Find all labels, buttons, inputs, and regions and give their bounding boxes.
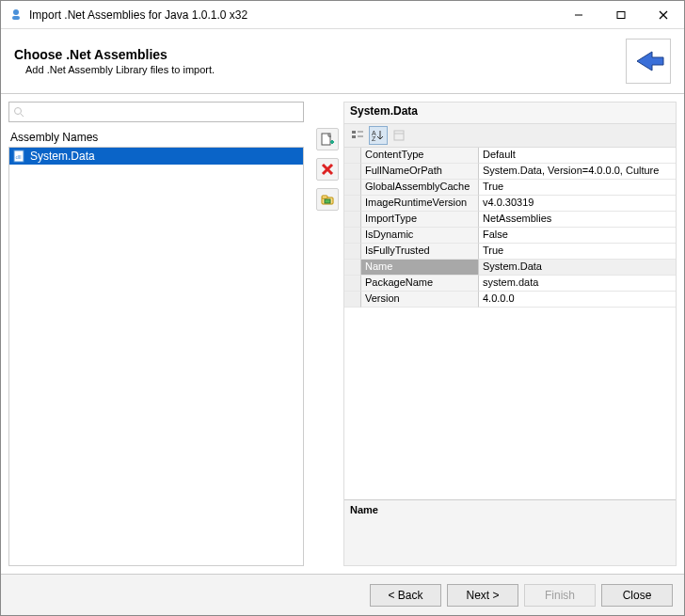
property-name: PackageName: [361, 276, 479, 292]
svg-rect-26: [394, 131, 404, 140]
property-row[interactable]: GlobalAssemblyCacheTrue: [344, 180, 676, 196]
folder-button[interactable]: [316, 188, 339, 211]
property-name: ImageRuntimeVersion: [361, 196, 479, 212]
search-box[interactable]: [8, 102, 304, 122]
property-row[interactable]: ImageRuntimeVersionv4.0.30319: [344, 196, 676, 212]
svg-rect-17: [322, 196, 327, 198]
property-value[interactable]: True: [479, 244, 676, 260]
property-gutter: [344, 292, 361, 308]
close-button[interactable]: [642, 1, 684, 28]
banner-title: Choose .Net Assemblies: [14, 47, 626, 62]
wizard-button-bar: < Back Next > Finish Close: [1, 574, 684, 615]
svg-rect-11: [322, 134, 330, 145]
finish-button: Finish: [524, 584, 596, 607]
main-content: Assembly Names dllSystem.Data System.Dat…: [1, 94, 684, 574]
property-toolbar: AZ: [343, 123, 677, 147]
property-name: ContentType: [361, 148, 479, 164]
property-name: Name: [361, 260, 479, 276]
svg-rect-19: [352, 131, 356, 134]
minimize-button[interactable]: [557, 1, 599, 28]
assembly-file-icon: dll: [13, 150, 26, 163]
property-gutter: [344, 276, 361, 292]
svg-rect-3: [617, 11, 625, 18]
search-input[interactable]: [24, 105, 299, 118]
property-row[interactable]: NameSystem.Data: [344, 260, 676, 276]
property-row[interactable]: PackageNamesystem.data: [344, 276, 676, 292]
property-description-pane: Name: [344, 499, 676, 565]
assembly-names-header: Assembly Names: [8, 128, 304, 147]
tree-item[interactable]: dllSystem.Data: [9, 148, 303, 165]
property-gutter: [344, 212, 361, 228]
property-gutter: [344, 228, 361, 244]
property-description-title: Name: [350, 504, 670, 515]
property-value[interactable]: 4.0.0.0: [479, 292, 676, 308]
property-gutter: [344, 148, 361, 164]
search-icon: [13, 106, 24, 118]
property-value[interactable]: System.Data, Version=4.0.0.0, Culture: [479, 164, 676, 180]
details-panel: System.Data AZ ContentTypeDefaultFullNam…: [343, 94, 684, 574]
property-grid[interactable]: ContentTypeDefaultFullNameOrPathSystem.D…: [344, 148, 676, 499]
svg-rect-18: [325, 199, 330, 203]
property-name: IsDynamic: [361, 228, 479, 244]
property-row[interactable]: Version4.0.0.0: [344, 292, 676, 308]
property-row[interactable]: IsFullyTrustedTrue: [344, 244, 676, 260]
maximize-button[interactable]: [599, 1, 642, 28]
details-title: System.Data: [343, 102, 677, 123]
categorized-button[interactable]: [348, 126, 367, 145]
next-button[interactable]: Next >: [447, 584, 518, 607]
remove-button[interactable]: [316, 158, 339, 181]
wizard-banner: Choose .Net Assemblies Add .Net Assembly…: [1, 29, 684, 94]
svg-text:dll: dll: [16, 154, 22, 160]
property-row[interactable]: IsDynamicFalse: [344, 228, 676, 244]
banner-back-arrow-icon: [626, 39, 671, 84]
alphabetical-button[interactable]: AZ: [369, 126, 388, 145]
svg-marker-6: [637, 52, 663, 71]
svg-rect-1: [12, 16, 20, 20]
svg-point-7: [15, 108, 22, 115]
property-value[interactable]: True: [479, 180, 676, 196]
window-buttons: [557, 1, 684, 28]
property-grid-container: ContentTypeDefaultFullNameOrPathSystem.D…: [343, 147, 677, 566]
property-gutter: [344, 244, 361, 260]
app-icon: [8, 8, 24, 23]
property-row[interactable]: ImportTypeNetAssemblies: [344, 212, 676, 228]
property-row[interactable]: FullNameOrPathSystem.Data, Version=4.0.0…: [344, 164, 676, 180]
property-name: IsFullyTrusted: [361, 244, 479, 260]
action-toolbar: [311, 94, 343, 574]
property-pages-button[interactable]: [390, 126, 408, 145]
property-name: ImportType: [361, 212, 479, 228]
close-dialog-button[interactable]: Close: [601, 584, 673, 607]
property-value[interactable]: System.Data: [479, 260, 676, 276]
property-row[interactable]: ContentTypeDefault: [344, 148, 676, 164]
property-name: FullNameOrPath: [361, 164, 479, 180]
svg-line-8: [21, 114, 24, 117]
property-name: GlobalAssemblyCache: [361, 180, 479, 196]
left-panel: Assembly Names dllSystem.Data: [1, 94, 311, 574]
svg-rect-20: [352, 135, 356, 138]
property-gutter: [344, 260, 361, 276]
titlebar: Import .Net Assemblies for Java 1.0.1.0 …: [1, 1, 684, 29]
property-name: Version: [361, 292, 479, 308]
property-value[interactable]: NetAssemblies: [479, 212, 676, 228]
property-value[interactable]: False: [479, 228, 676, 244]
tree-item-label: System.Data: [30, 150, 95, 163]
property-gutter: [344, 164, 361, 180]
add-file-button[interactable]: [316, 128, 339, 150]
svg-text:Z: Z: [372, 135, 376, 142]
assembly-tree[interactable]: dllSystem.Data: [8, 147, 304, 566]
property-gutter: [344, 196, 361, 212]
svg-point-0: [13, 9, 19, 15]
property-gutter: [344, 180, 361, 196]
property-value[interactable]: system.data: [479, 276, 676, 292]
property-value[interactable]: Default: [479, 148, 676, 164]
back-button[interactable]: < Back: [370, 584, 441, 607]
banner-description: Add .Net Assembly Library files to impor…: [14, 64, 626, 75]
property-value[interactable]: v4.0.30319: [479, 196, 676, 212]
window-title: Import .Net Assemblies for Java 1.0.1.0 …: [29, 8, 557, 22]
